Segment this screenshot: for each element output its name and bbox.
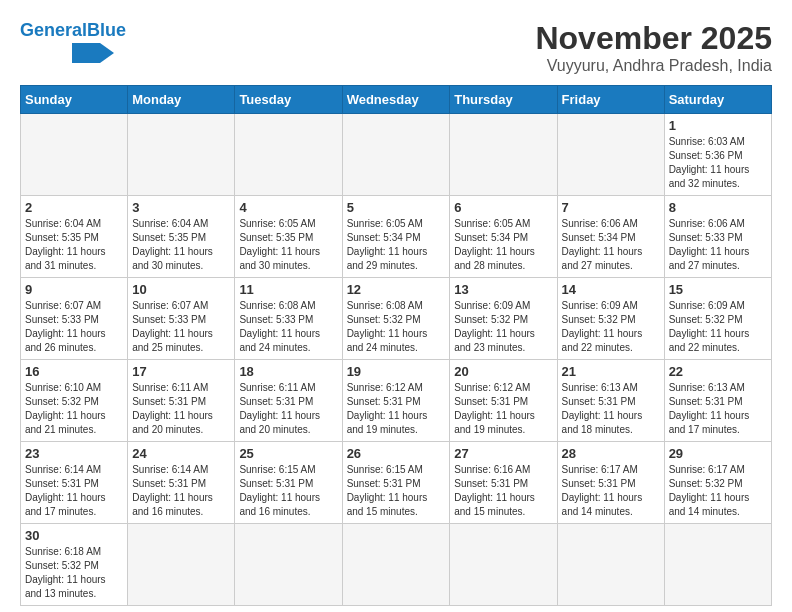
logo-blue: Blue: [87, 20, 126, 40]
calendar-cell: 20Sunrise: 6:12 AM Sunset: 5:31 PM Dayli…: [450, 360, 557, 442]
calendar-cell: 22Sunrise: 6:13 AM Sunset: 5:31 PM Dayli…: [664, 360, 771, 442]
page-header: GeneralBlue November 2025 Vuyyuru, Andhr…: [20, 20, 772, 75]
day-info: Sunrise: 6:18 AM Sunset: 5:32 PM Dayligh…: [25, 545, 123, 601]
calendar-header-thursday: Thursday: [450, 86, 557, 114]
day-number: 29: [669, 446, 767, 461]
calendar-cell: 3Sunrise: 6:04 AM Sunset: 5:35 PM Daylig…: [128, 196, 235, 278]
calendar-cell: 13Sunrise: 6:09 AM Sunset: 5:32 PM Dayli…: [450, 278, 557, 360]
day-number: 23: [25, 446, 123, 461]
calendar-week-5: 30Sunrise: 6:18 AM Sunset: 5:32 PM Dayli…: [21, 524, 772, 606]
day-number: 13: [454, 282, 552, 297]
day-number: 24: [132, 446, 230, 461]
day-info: Sunrise: 6:15 AM Sunset: 5:31 PM Dayligh…: [347, 463, 446, 519]
day-number: 3: [132, 200, 230, 215]
day-info: Sunrise: 6:09 AM Sunset: 5:32 PM Dayligh…: [669, 299, 767, 355]
day-info: Sunrise: 6:07 AM Sunset: 5:33 PM Dayligh…: [132, 299, 230, 355]
calendar-cell: [557, 524, 664, 606]
calendar-week-1: 2Sunrise: 6:04 AM Sunset: 5:35 PM Daylig…: [21, 196, 772, 278]
calendar-cell: 18Sunrise: 6:11 AM Sunset: 5:31 PM Dayli…: [235, 360, 342, 442]
calendar-cell: [450, 114, 557, 196]
day-number: 18: [239, 364, 337, 379]
calendar-cell: 11Sunrise: 6:08 AM Sunset: 5:33 PM Dayli…: [235, 278, 342, 360]
calendar-cell: [342, 524, 450, 606]
calendar-table: SundayMondayTuesdayWednesdayThursdayFrid…: [20, 85, 772, 606]
logo: GeneralBlue: [20, 20, 126, 63]
calendar-cell: 25Sunrise: 6:15 AM Sunset: 5:31 PM Dayli…: [235, 442, 342, 524]
calendar-cell: 6Sunrise: 6:05 AM Sunset: 5:34 PM Daylig…: [450, 196, 557, 278]
day-number: 11: [239, 282, 337, 297]
calendar-cell: 5Sunrise: 6:05 AM Sunset: 5:34 PM Daylig…: [342, 196, 450, 278]
day-number: 14: [562, 282, 660, 297]
day-info: Sunrise: 6:11 AM Sunset: 5:31 PM Dayligh…: [132, 381, 230, 437]
calendar-header-tuesday: Tuesday: [235, 86, 342, 114]
day-number: 5: [347, 200, 446, 215]
day-info: Sunrise: 6:17 AM Sunset: 5:31 PM Dayligh…: [562, 463, 660, 519]
day-number: 2: [25, 200, 123, 215]
calendar-cell: [557, 114, 664, 196]
day-number: 1: [669, 118, 767, 133]
calendar-cell: [128, 524, 235, 606]
title-block: November 2025 Vuyyuru, Andhra Pradesh, I…: [535, 20, 772, 75]
day-info: Sunrise: 6:09 AM Sunset: 5:32 PM Dayligh…: [454, 299, 552, 355]
logo-text: GeneralBlue: [20, 20, 126, 41]
calendar-header-saturday: Saturday: [664, 86, 771, 114]
calendar-cell: 27Sunrise: 6:16 AM Sunset: 5:31 PM Dayli…: [450, 442, 557, 524]
calendar-cell: 10Sunrise: 6:07 AM Sunset: 5:33 PM Dayli…: [128, 278, 235, 360]
day-info: Sunrise: 6:06 AM Sunset: 5:33 PM Dayligh…: [669, 217, 767, 273]
calendar-cell: 15Sunrise: 6:09 AM Sunset: 5:32 PM Dayli…: [664, 278, 771, 360]
day-info: Sunrise: 6:11 AM Sunset: 5:31 PM Dayligh…: [239, 381, 337, 437]
day-info: Sunrise: 6:12 AM Sunset: 5:31 PM Dayligh…: [347, 381, 446, 437]
calendar-cell: 21Sunrise: 6:13 AM Sunset: 5:31 PM Dayli…: [557, 360, 664, 442]
day-number: 30: [25, 528, 123, 543]
day-info: Sunrise: 6:15 AM Sunset: 5:31 PM Dayligh…: [239, 463, 337, 519]
day-number: 4: [239, 200, 337, 215]
calendar-cell: 8Sunrise: 6:06 AM Sunset: 5:33 PM Daylig…: [664, 196, 771, 278]
calendar-cell: 28Sunrise: 6:17 AM Sunset: 5:31 PM Dayli…: [557, 442, 664, 524]
day-number: 20: [454, 364, 552, 379]
calendar-cell: 4Sunrise: 6:05 AM Sunset: 5:35 PM Daylig…: [235, 196, 342, 278]
calendar-cell: 26Sunrise: 6:15 AM Sunset: 5:31 PM Dayli…: [342, 442, 450, 524]
day-info: Sunrise: 6:16 AM Sunset: 5:31 PM Dayligh…: [454, 463, 552, 519]
calendar-cell: 9Sunrise: 6:07 AM Sunset: 5:33 PM Daylig…: [21, 278, 128, 360]
calendar-week-4: 23Sunrise: 6:14 AM Sunset: 5:31 PM Dayli…: [21, 442, 772, 524]
calendar-cell: 23Sunrise: 6:14 AM Sunset: 5:31 PM Dayli…: [21, 442, 128, 524]
day-info: Sunrise: 6:13 AM Sunset: 5:31 PM Dayligh…: [562, 381, 660, 437]
calendar-cell: 12Sunrise: 6:08 AM Sunset: 5:32 PM Dayli…: [342, 278, 450, 360]
logo-general: General: [20, 20, 87, 40]
calendar-week-3: 16Sunrise: 6:10 AM Sunset: 5:32 PM Dayli…: [21, 360, 772, 442]
calendar-week-0: 1Sunrise: 6:03 AM Sunset: 5:36 PM Daylig…: [21, 114, 772, 196]
calendar-cell: [235, 524, 342, 606]
day-info: Sunrise: 6:13 AM Sunset: 5:31 PM Dayligh…: [669, 381, 767, 437]
calendar-cell: 1Sunrise: 6:03 AM Sunset: 5:36 PM Daylig…: [664, 114, 771, 196]
day-info: Sunrise: 6:03 AM Sunset: 5:36 PM Dayligh…: [669, 135, 767, 191]
calendar-header-friday: Friday: [557, 86, 664, 114]
day-number: 15: [669, 282, 767, 297]
day-info: Sunrise: 6:06 AM Sunset: 5:34 PM Dayligh…: [562, 217, 660, 273]
calendar-cell: 17Sunrise: 6:11 AM Sunset: 5:31 PM Dayli…: [128, 360, 235, 442]
calendar-cell: 7Sunrise: 6:06 AM Sunset: 5:34 PM Daylig…: [557, 196, 664, 278]
day-number: 10: [132, 282, 230, 297]
location-title: Vuyyuru, Andhra Pradesh, India: [535, 57, 772, 75]
day-info: Sunrise: 6:05 AM Sunset: 5:35 PM Dayligh…: [239, 217, 337, 273]
calendar-cell: 30Sunrise: 6:18 AM Sunset: 5:32 PM Dayli…: [21, 524, 128, 606]
calendar-cell: 16Sunrise: 6:10 AM Sunset: 5:32 PM Dayli…: [21, 360, 128, 442]
day-number: 6: [454, 200, 552, 215]
day-number: 28: [562, 446, 660, 461]
calendar-header-row: SundayMondayTuesdayWednesdayThursdayFrid…: [21, 86, 772, 114]
day-info: Sunrise: 6:14 AM Sunset: 5:31 PM Dayligh…: [25, 463, 123, 519]
calendar-cell: [235, 114, 342, 196]
calendar-cell: [21, 114, 128, 196]
day-number: 26: [347, 446, 446, 461]
day-number: 27: [454, 446, 552, 461]
day-info: Sunrise: 6:04 AM Sunset: 5:35 PM Dayligh…: [25, 217, 123, 273]
day-number: 25: [239, 446, 337, 461]
calendar-header-monday: Monday: [128, 86, 235, 114]
day-number: 7: [562, 200, 660, 215]
calendar-cell: [342, 114, 450, 196]
calendar-cell: 2Sunrise: 6:04 AM Sunset: 5:35 PM Daylig…: [21, 196, 128, 278]
calendar-header-wednesday: Wednesday: [342, 86, 450, 114]
calendar-header-sunday: Sunday: [21, 86, 128, 114]
day-number: 22: [669, 364, 767, 379]
calendar-cell: [664, 524, 771, 606]
day-info: Sunrise: 6:09 AM Sunset: 5:32 PM Dayligh…: [562, 299, 660, 355]
